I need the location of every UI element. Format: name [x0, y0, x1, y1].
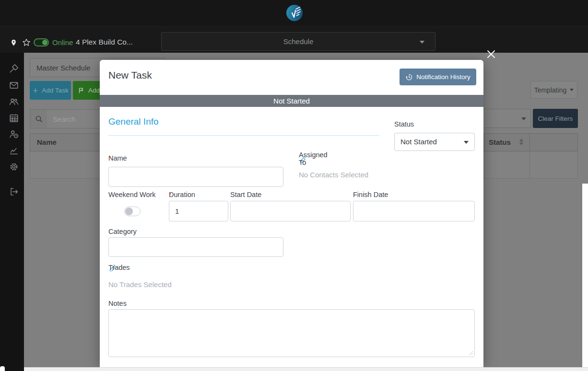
toggle-knob: [42, 40, 47, 45]
notes-textarea[interactable]: [108, 309, 475, 357]
name-input[interactable]: [108, 167, 283, 187]
weekend-work-label: Weekend Work: [108, 191, 156, 198]
sidebar-nav: [0, 53, 24, 371]
calendar-icon[interactable]: [9, 113, 19, 123]
duration-input[interactable]: [169, 201, 228, 221]
start-date-input[interactable]: [230, 201, 351, 221]
horizontal-scrollbar[interactable]: [24, 367, 588, 371]
trades-label: Trades: [108, 263, 117, 271]
app-logo-icon[interactable]: [286, 5, 303, 21]
schedule-select-value: Master Schedule: [36, 64, 91, 72]
required-asterisk: *: [169, 191, 172, 198]
plus-icon: [32, 87, 39, 94]
logout-icon[interactable]: [9, 186, 19, 197]
status-filter-select[interactable]: [480, 109, 531, 128]
add-task-button[interactable]: Add Task: [30, 81, 71, 100]
start-date-label: Start Date: [230, 191, 261, 198]
logo-mark: [286, 5, 303, 21]
status-label: Status: [394, 120, 414, 128]
resize-grip-icon[interactable]: [469, 351, 473, 356]
search-icon: [35, 115, 43, 123]
assigned-to-label-text: Assigned To: [299, 151, 328, 166]
trades-label-text: Trades: [108, 264, 130, 271]
name-column-header[interactable]: Name: [37, 138, 57, 146]
clear-filters-button[interactable]: Clear Filters: [533, 109, 578, 128]
project-name[interactable]: 4 Plex Build Co...: [76, 38, 133, 46]
category-label: Category: [108, 228, 137, 235]
notes-field-wrap: [108, 309, 475, 357]
page-nav-select[interactable]: Schedule: [161, 32, 435, 51]
status-column-header[interactable]: Status: [489, 138, 511, 146]
chevron-down-icon: [521, 117, 526, 120]
vertical-scrollbar[interactable]: [582, 184, 588, 367]
notification-history-label: Notification History: [416, 73, 470, 81]
column-divider: [529, 151, 530, 178]
column-divider: [529, 134, 530, 151]
location-pin-icon[interactable]: [10, 38, 17, 49]
modal-close-button[interactable]: [486, 49, 496, 59]
team-icon[interactable]: [9, 96, 19, 107]
notification-history-button[interactable]: Notification History: [400, 69, 476, 85]
new-task-modal: New Task Notification History Not Starte…: [100, 60, 483, 367]
chevron-down-icon: [420, 41, 424, 44]
clear-filters-label: Clear Filters: [538, 115, 573, 122]
duration-label-text: Duration: [169, 191, 195, 198]
person-clock-icon[interactable]: [9, 129, 19, 139]
scrollbar-corner: [0, 366, 5, 371]
templating-button[interactable]: Templating: [530, 81, 577, 99]
finish-date-input[interactable]: [353, 201, 475, 221]
chevron-down-icon: [570, 89, 574, 91]
templating-label: Templating: [534, 86, 567, 94]
page-nav-value: Schedule: [283, 37, 314, 46]
search-icon-box: [30, 109, 47, 128]
assigned-to-label: Assigned To: [299, 154, 307, 162]
required-asterisk: *: [108, 154, 111, 162]
toggle-knob: [125, 208, 133, 215]
chevron-down-icon: [464, 141, 469, 144]
status-select-value: Not Started: [400, 138, 437, 146]
status-banner: Not Started: [100, 95, 483, 107]
weekend-work-toggle[interactable]: [124, 207, 141, 216]
favorite-star-icon[interactable]: [22, 38, 31, 49]
flag-icon: [78, 87, 85, 94]
mail-icon[interactable]: [9, 80, 19, 91]
history-icon: [405, 73, 413, 81]
gear-icon[interactable]: [9, 162, 19, 172]
notes-label: Notes: [108, 300, 127, 307]
online-toggle[interactable]: [34, 38, 49, 46]
no-contacts-text: No Contacts Selected: [299, 171, 368, 179]
finish-date-label: Finish Date: [353, 191, 388, 198]
line-chart-icon[interactable]: [9, 145, 19, 156]
hammer-icon[interactable]: [9, 63, 19, 74]
section-divider: [108, 135, 379, 136]
sort-icon[interactable]: [519, 139, 523, 145]
column-divider: [484, 134, 484, 151]
status-select[interactable]: Not Started: [394, 133, 475, 151]
modal-title: New Task: [108, 70, 152, 81]
close-icon: [486, 49, 496, 59]
column-divider: [484, 151, 484, 178]
add-task-label: Add Task: [42, 87, 68, 94]
category-input[interactable]: [108, 237, 283, 257]
online-label: Online: [52, 38, 73, 46]
no-trades-text: No Trades Selected: [108, 280, 172, 289]
general-info-section-title: General Info: [108, 116, 159, 127]
